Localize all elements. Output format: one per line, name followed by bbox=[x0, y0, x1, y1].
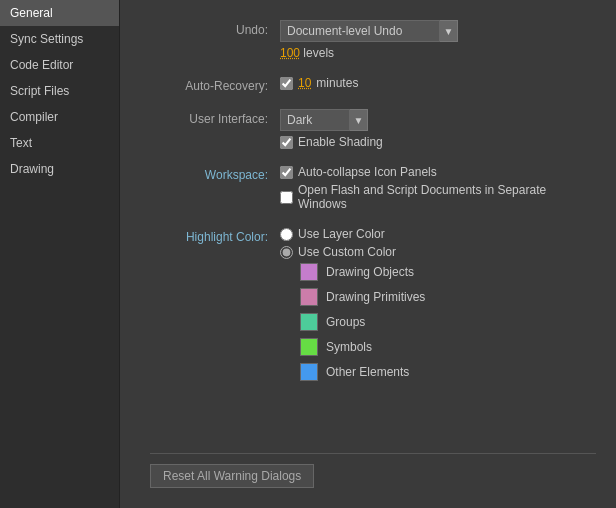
open-flash-checkbox[interactable] bbox=[280, 191, 293, 204]
workspace-row: Workspace: Auto-collapse Icon Panels Ope… bbox=[150, 165, 596, 211]
auto-recovery-row: Auto-Recovery: 10 minutes bbox=[150, 76, 596, 93]
auto-collapse-checkbox[interactable] bbox=[280, 166, 293, 179]
auto-collapse-row: Auto-collapse Icon Panels bbox=[280, 165, 596, 179]
auto-recovery-minutes-value: 10 bbox=[298, 76, 311, 90]
open-flash-label: Open Flash and Script Documents in Separ… bbox=[298, 183, 596, 211]
undo-levels-suffix: levels bbox=[300, 46, 334, 60]
sidebar-item-script-files[interactable]: Script Files bbox=[0, 78, 119, 104]
reset-warning-button[interactable]: Reset All Warning Dialogs bbox=[150, 464, 314, 488]
sidebar-label: Compiler bbox=[10, 110, 58, 124]
drawing-objects-swatch[interactable] bbox=[300, 263, 318, 281]
auto-recovery-checkbox[interactable] bbox=[280, 77, 293, 90]
user-interface-label: User Interface: bbox=[150, 109, 280, 126]
use-custom-color-label: Use Custom Color bbox=[298, 245, 396, 259]
use-custom-color-row: Use Custom Color bbox=[280, 245, 425, 259]
sidebar-label: Drawing bbox=[10, 162, 54, 176]
highlight-color-row: Highlight Color: Use Layer Color Use Cus… bbox=[150, 227, 596, 384]
color-item-drawing-objects: Drawing Objects bbox=[300, 263, 425, 281]
ui-select-wrapper: Dark Light ▼ bbox=[280, 109, 383, 131]
other-elements-label: Other Elements bbox=[326, 365, 409, 379]
color-item-groups: Groups bbox=[300, 313, 425, 331]
groups-label: Groups bbox=[326, 315, 365, 329]
undo-label: Undo: bbox=[150, 20, 280, 37]
use-custom-color-radio[interactable] bbox=[280, 246, 293, 259]
workspace-label: Workspace: bbox=[150, 165, 280, 182]
symbols-swatch[interactable] bbox=[300, 338, 318, 356]
auto-recovery-minutes-suffix: minutes bbox=[316, 76, 358, 90]
bottom-section: Reset All Warning Dialogs bbox=[150, 453, 596, 488]
undo-select-wrapper: Document-level Undo Object-level Undo ▼ bbox=[280, 20, 458, 42]
symbols-label: Symbols bbox=[326, 340, 372, 354]
sidebar-item-general[interactable]: General bbox=[0, 0, 119, 26]
undo-levels-text: 100 levels bbox=[280, 46, 458, 60]
other-elements-swatch[interactable] bbox=[300, 363, 318, 381]
user-interface-content: Dark Light ▼ Enable Shading bbox=[280, 109, 383, 149]
highlight-color-label: Highlight Color: bbox=[150, 227, 280, 244]
color-item-other-elements: Other Elements bbox=[300, 363, 425, 381]
auto-recovery-content: 10 minutes bbox=[280, 76, 358, 90]
sidebar-label: Code Editor bbox=[10, 58, 73, 72]
auto-recovery-checkbox-row: 10 minutes bbox=[280, 76, 358, 90]
undo-content: Document-level Undo Object-level Undo ▼ … bbox=[280, 20, 458, 60]
ui-select-arrow-icon[interactable]: ▼ bbox=[350, 109, 368, 131]
main-content: Undo: Document-level Undo Object-level U… bbox=[120, 0, 616, 508]
highlight-color-content: Use Layer Color Use Custom Color Drawing… bbox=[280, 227, 425, 384]
use-layer-color-label: Use Layer Color bbox=[298, 227, 385, 241]
drawing-primitives-swatch[interactable] bbox=[300, 288, 318, 306]
enable-shading-checkbox[interactable] bbox=[280, 136, 293, 149]
enable-shading-label: Enable Shading bbox=[298, 135, 383, 149]
user-interface-row: User Interface: Dark Light ▼ Enable Shad… bbox=[150, 109, 596, 149]
undo-select[interactable]: Document-level Undo Object-level Undo bbox=[280, 20, 440, 42]
sidebar-item-code-editor[interactable]: Code Editor bbox=[0, 52, 119, 78]
open-flash-row: Open Flash and Script Documents in Separ… bbox=[280, 183, 596, 211]
undo-select-arrow-icon[interactable]: ▼ bbox=[440, 20, 458, 42]
drawing-objects-label: Drawing Objects bbox=[326, 265, 414, 279]
sidebar-label: Script Files bbox=[10, 84, 69, 98]
color-item-drawing-primitives: Drawing Primitives bbox=[300, 288, 425, 306]
sidebar-item-sync-settings[interactable]: Sync Settings bbox=[0, 26, 119, 52]
undo-row: Undo: Document-level Undo Object-level U… bbox=[150, 20, 596, 60]
color-item-symbols: Symbols bbox=[300, 338, 425, 356]
sidebar-item-text[interactable]: Text bbox=[0, 130, 119, 156]
sidebar-label: Text bbox=[10, 136, 32, 150]
sidebar-item-drawing[interactable]: Drawing bbox=[0, 156, 119, 182]
sidebar-label: Sync Settings bbox=[10, 32, 83, 46]
sidebar-item-compiler[interactable]: Compiler bbox=[0, 104, 119, 130]
undo-levels-value: 100 bbox=[280, 46, 300, 60]
auto-recovery-label: Auto-Recovery: bbox=[150, 76, 280, 93]
drawing-primitives-label: Drawing Primitives bbox=[326, 290, 425, 304]
ui-theme-select[interactable]: Dark Light bbox=[280, 109, 350, 131]
use-layer-color-row: Use Layer Color bbox=[280, 227, 425, 241]
workspace-content: Auto-collapse Icon Panels Open Flash and… bbox=[280, 165, 596, 211]
use-layer-color-radio[interactable] bbox=[280, 228, 293, 241]
groups-swatch[interactable] bbox=[300, 313, 318, 331]
sidebar-label: General bbox=[10, 6, 53, 20]
auto-collapse-label: Auto-collapse Icon Panels bbox=[298, 165, 437, 179]
enable-shading-row: Enable Shading bbox=[280, 135, 383, 149]
sidebar: General Sync Settings Code Editor Script… bbox=[0, 0, 120, 508]
